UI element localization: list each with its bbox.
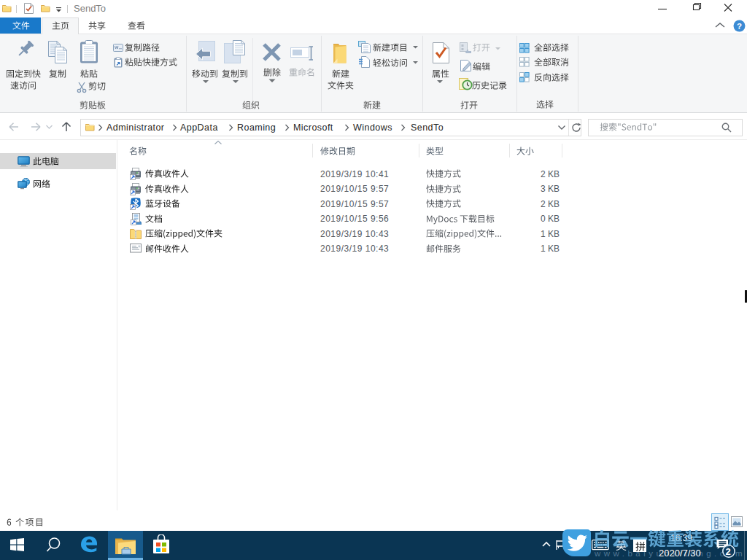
svg-text:?: ?	[737, 22, 742, 31]
